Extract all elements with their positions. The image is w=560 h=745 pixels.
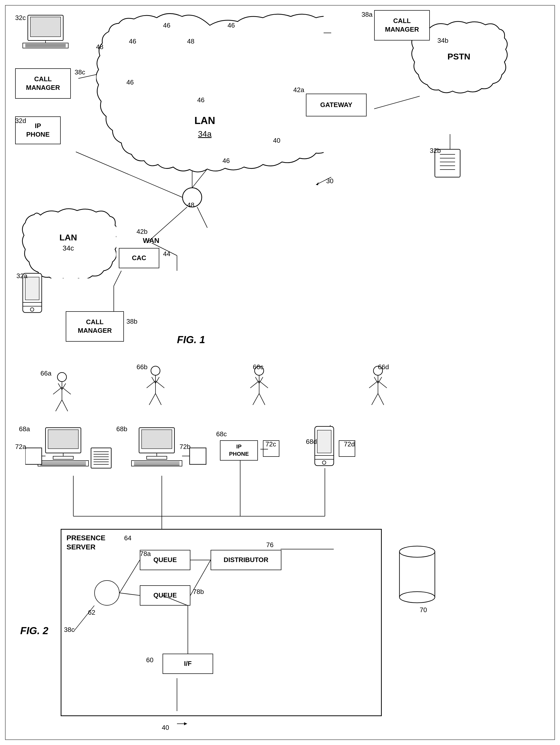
ref-72a: 72a <box>15 443 26 451</box>
svg-text:PSTN: PSTN <box>448 52 470 61</box>
svg-line-76 <box>378 393 384 405</box>
svg-line-75 <box>372 393 378 405</box>
svg-line-121 <box>119 560 140 593</box>
ref-46-5: 46 <box>197 96 205 104</box>
svg-rect-104 <box>189 448 206 464</box>
cac-box: CAC <box>119 248 159 268</box>
svg-rect-94 <box>25 448 42 464</box>
ref-42a: 42a <box>293 86 304 94</box>
ref-48-1: 48 <box>187 37 195 45</box>
svg-text:34a: 34a <box>198 129 212 138</box>
svg-line-51 <box>56 400 62 411</box>
ref-68d: 68d <box>306 438 317 446</box>
svg-point-47 <box>58 372 67 382</box>
svg-rect-108 <box>317 430 331 453</box>
ip-phone-label-fig2: IP PHONE <box>220 440 258 460</box>
fig2-title: FIG. 2 <box>20 625 48 637</box>
ref-34b: 34b <box>438 37 448 44</box>
line-72c <box>260 448 268 450</box>
svg-point-43 <box>30 308 34 311</box>
ref-72d: 72d <box>344 440 355 448</box>
cloud-lan-34c: LAN 34c <box>20 207 116 278</box>
svg-line-65 <box>250 381 259 388</box>
svg-line-124 <box>163 595 188 606</box>
ref-44: 44 <box>163 250 170 258</box>
ref-66c: 66c <box>253 363 264 371</box>
call-manager-top-right: CALL MANAGER <box>374 10 430 40</box>
svg-rect-40 <box>25 277 39 300</box>
svg-line-49 <box>53 387 62 394</box>
ref-32d: 32d <box>15 117 26 125</box>
svg-line-74 <box>378 381 387 388</box>
svg-rect-82 <box>53 456 73 459</box>
call-manager-bottom: CALL MANAGER <box>66 311 124 342</box>
ref-40-fig2: 40 <box>162 724 169 732</box>
svg-line-125 <box>74 606 94 631</box>
computer-32c <box>20 14 71 50</box>
person-66c <box>248 366 271 406</box>
workstation-68b <box>124 425 215 476</box>
ref-38c: 38c <box>75 68 85 76</box>
ref-46-3: 46 <box>228 22 235 29</box>
svg-text:34c: 34c <box>63 244 74 252</box>
ref-32b: 32b <box>430 147 441 155</box>
ref-40: 40 <box>273 137 280 144</box>
svg-line-59 <box>149 393 155 405</box>
svg-text:LAN: LAN <box>60 232 77 242</box>
svg-line-122 <box>119 593 140 595</box>
person-66a <box>50 372 73 413</box>
page: LAN 34a PSTN LAN 34c CALL MANAGER CALL M… <box>0 0 560 745</box>
arrow-30 <box>314 174 334 187</box>
svg-line-58 <box>155 381 164 388</box>
fig1-title: FIG. 1 <box>177 334 205 346</box>
ref-46-2: 46 <box>163 22 170 29</box>
ref-66d: 66d <box>378 363 389 371</box>
ref-38a: 38a <box>361 11 373 19</box>
gateway-box: GATEWAY <box>306 94 366 117</box>
svg-line-120 <box>190 560 211 595</box>
svg-line-57 <box>147 381 155 388</box>
svg-point-128 <box>399 592 435 603</box>
svg-line-66 <box>259 381 268 388</box>
svg-line-68 <box>259 393 265 405</box>
ref-66b: 66b <box>137 363 147 371</box>
svg-point-127 <box>399 546 435 557</box>
ref-46-4: 46 <box>127 78 134 86</box>
svg-rect-126 <box>399 552 435 597</box>
cloud-lan-34a: LAN 34a <box>96 13 324 230</box>
presence-inner-lines <box>62 530 383 717</box>
wan-label: WAN <box>143 237 159 245</box>
workstation-68a <box>25 425 121 476</box>
database-70 <box>394 539 440 610</box>
ref-70: 70 <box>420 606 427 614</box>
ref-42b: 42b <box>137 228 147 236</box>
ref-46-1: 46 <box>129 37 136 45</box>
ref-32c: 32c <box>15 14 26 22</box>
presence-server-box: PRESENCESERVER 64 QUEUE 78a DISTRIBUTOR … <box>61 529 382 716</box>
ref-68c: 68c <box>216 430 227 438</box>
svg-line-67 <box>253 393 259 405</box>
svg-point-111 <box>322 461 326 464</box>
person-66d <box>366 366 389 406</box>
svg-rect-87 <box>91 448 111 468</box>
svg-rect-97 <box>142 430 172 449</box>
ref-68a: 68a <box>19 425 30 433</box>
svg-text:LAN: LAN <box>195 115 215 126</box>
svg-rect-80 <box>48 430 78 449</box>
svg-marker-140 <box>184 722 187 725</box>
ref-32a: 32a <box>16 272 27 280</box>
ref-72c: 72c <box>266 440 276 448</box>
svg-line-52 <box>62 400 68 411</box>
mobile-68d <box>314 425 336 468</box>
svg-line-60 <box>155 393 161 405</box>
call-manager-left: CALL MANAGER <box>15 68 71 99</box>
svg-line-50 <box>62 387 71 394</box>
ref-48-2: 48 <box>96 43 103 51</box>
ref-46-6: 46 <box>222 157 230 165</box>
svg-point-55 <box>151 366 160 375</box>
svg-marker-46 <box>316 182 319 185</box>
svg-rect-26 <box>30 17 61 37</box>
ref-48-3: 48 <box>187 201 195 209</box>
ref-38b: 38b <box>127 318 137 325</box>
ref-68b: 68b <box>116 425 127 433</box>
